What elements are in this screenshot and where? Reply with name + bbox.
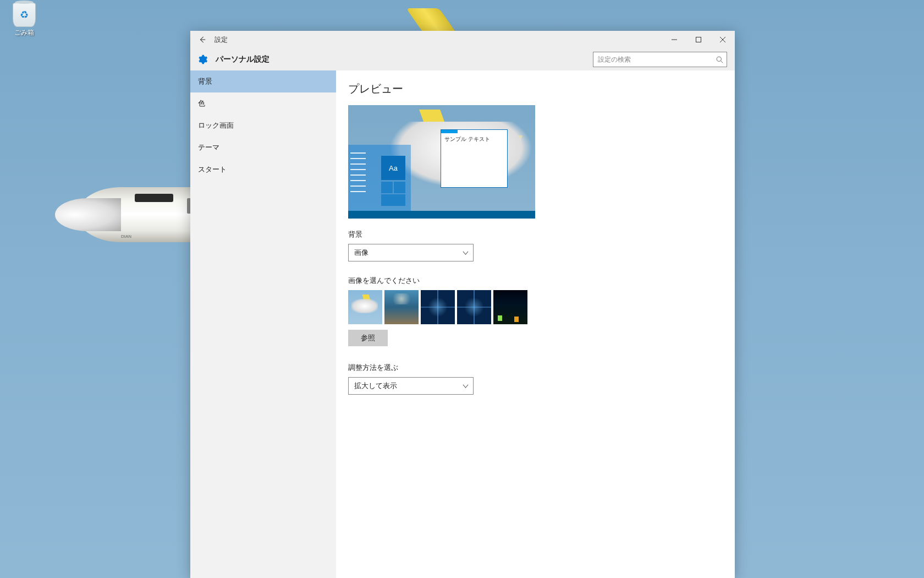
content: 背景 色 ロック画面 テーマ スタート プレビュー <box>190 70 735 578</box>
sidebar-item-background[interactable]: 背景 <box>190 70 336 92</box>
browse-button[interactable]: 参照 <box>348 330 388 346</box>
recycle-bin-label: ごみ箱 <box>8 28 41 37</box>
page-category-title: パーソナル設定 <box>216 54 270 64</box>
back-arrow-icon <box>199 36 206 43</box>
window-controls <box>662 31 735 48</box>
svg-point-1 <box>717 57 721 61</box>
sidebar-item-label: ロック画面 <box>198 121 234 130</box>
close-button[interactable] <box>711 31 735 48</box>
search-input[interactable]: 設定の検索 <box>593 52 727 67</box>
fit-dropdown[interactable]: 拡大して表示 <box>348 377 474 395</box>
sidebar-item-start[interactable]: スタート <box>190 159 336 181</box>
sidebar-item-label: スタート <box>198 165 227 175</box>
preview-tiles: Aa <box>381 145 411 211</box>
preview-taskbar <box>348 211 535 219</box>
preview-tile-aa: Aa <box>381 156 405 180</box>
wallpaper-thumb-1[interactable] <box>348 290 382 324</box>
choose-image-label: 画像を選んでください <box>348 276 735 286</box>
recycle-bin[interactable]: ごみ箱 <box>8 3 41 37</box>
preview-sample-text: サンプル テキスト <box>441 133 507 145</box>
dropdown-value: 拡大して表示 <box>354 381 397 391</box>
search-icon <box>716 56 723 63</box>
sidebar-item-colors[interactable]: 色 <box>190 92 336 114</box>
minimize-button[interactable] <box>662 31 686 48</box>
search-placeholder: 設定の検索 <box>598 55 631 64</box>
svg-rect-0 <box>696 37 701 42</box>
chevron-down-icon <box>463 383 469 389</box>
wallpaper-thumb-5[interactable] <box>493 290 527 324</box>
browse-button-label: 参照 <box>361 333 375 343</box>
wallpaper-thumbnails <box>348 290 735 324</box>
wallpaper-plane-small-marking: DIAN <box>121 234 131 239</box>
settings-window: 設定 パーソナル設定 設定の検索 <box>190 31 735 578</box>
wallpaper-thumb-3[interactable] <box>421 290 455 324</box>
gear-icon <box>197 54 208 65</box>
desktop-preview: Aa サンプル テキスト <box>348 105 535 219</box>
sidebar: 背景 色 ロック画面 テーマ スタート <box>190 70 336 578</box>
chevron-down-icon <box>463 250 469 256</box>
background-label: 背景 <box>348 230 735 239</box>
recycle-bin-icon <box>13 3 36 27</box>
maximize-button[interactable] <box>686 31 711 48</box>
main-panel: プレビュー Aa <box>336 70 735 578</box>
sidebar-item-themes[interactable]: テーマ <box>190 137 336 159</box>
preview-heading: プレビュー <box>348 81 735 96</box>
sidebar-item-label: 背景 <box>198 77 212 86</box>
fit-label: 調整方法を選ぶ <box>348 363 735 373</box>
wallpaper-thumb-4[interactable] <box>457 290 491 324</box>
subheader: パーソナル設定 設定の検索 <box>190 48 735 70</box>
sidebar-item-label: テーマ <box>198 143 219 152</box>
sidebar-item-lockscreen[interactable]: ロック画面 <box>190 114 336 137</box>
preview-sample-window: サンプル テキスト <box>441 129 508 188</box>
back-button[interactable] <box>190 31 215 48</box>
desktop-wallpaper: A DIAN ごみ箱 設定 <box>0 0 924 578</box>
window-title: 設定 <box>215 35 228 45</box>
background-type-dropdown[interactable]: 画像 <box>348 244 474 261</box>
wallpaper-thumb-2[interactable] <box>384 290 419 324</box>
titlebar[interactable]: 設定 <box>190 31 735 48</box>
sidebar-item-label: 色 <box>198 99 205 108</box>
dropdown-value: 画像 <box>354 248 369 258</box>
